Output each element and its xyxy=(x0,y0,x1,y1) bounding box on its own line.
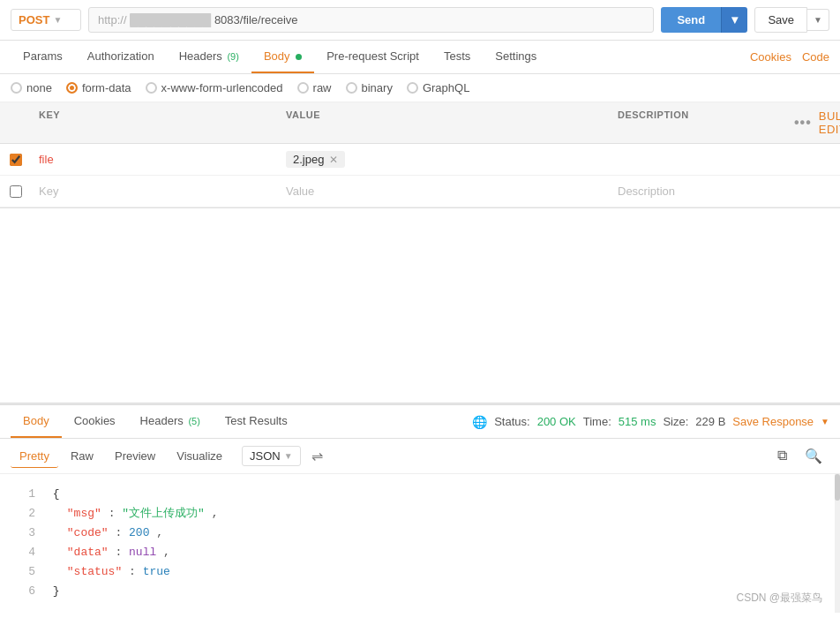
url-bar[interactable]: http:// ██████████ 8083/file/receive xyxy=(88,7,654,33)
radio-graphql xyxy=(407,82,418,94)
row1-check-cell xyxy=(0,150,32,170)
response-format-toolbar: Pretty Raw Preview Visualize JSON ▼ ⇌ ⧉ … xyxy=(0,439,840,474)
col-key: KEY xyxy=(32,108,279,138)
table-row: Key Value Description xyxy=(0,176,840,207)
params-table: KEY VALUE DESCRIPTION ••• Bulk Edit file… xyxy=(0,102,840,208)
tab-authorization[interactable]: Authorization xyxy=(75,41,167,73)
resp-format-visualize[interactable]: Visualize xyxy=(168,445,231,467)
search-response-icon[interactable]: 🔍 xyxy=(798,444,829,468)
resp-tab-body[interactable]: Body xyxy=(11,405,62,438)
row2-desc-placeholder: Description xyxy=(618,185,675,198)
method-dropdown[interactable]: POST ▼ xyxy=(11,9,81,31)
size-value: 229 B xyxy=(695,415,725,428)
resp-tab-cookies[interactable]: Cookies xyxy=(62,405,128,438)
row1-desc-cell[interactable] xyxy=(611,156,787,163)
json-line-6: 6 } xyxy=(14,582,826,601)
scroll-thumb[interactable] xyxy=(835,474,840,501)
col-actions: ••• Bulk Edit xyxy=(787,108,840,138)
cookies-link[interactable]: Cookies xyxy=(750,41,791,72)
save-response-button[interactable]: Save Response xyxy=(732,415,814,428)
wrap-lines-icon[interactable]: ⇌ xyxy=(311,448,323,464)
row2-key-placeholder: Key xyxy=(39,185,58,198)
body-option-graphql[interactable]: GraphQL xyxy=(407,81,469,94)
send-button-group: Send ▼ xyxy=(661,7,747,33)
url-display: http:// ██████████ 8083/file/receive xyxy=(98,13,298,26)
row2-key-cell[interactable]: Key xyxy=(32,181,279,201)
row2-desc-cell[interactable]: Description xyxy=(611,181,787,201)
radio-binary xyxy=(346,82,357,94)
row1-checkbox[interactable] xyxy=(10,154,22,166)
time-label: Time: xyxy=(583,415,611,428)
table-row: file 2.jpeg ✕ xyxy=(0,144,840,176)
tabs-right-links: Cookies Code xyxy=(750,41,829,72)
body-option-raw[interactable]: raw xyxy=(297,81,332,94)
format-type-label: JSON xyxy=(250,449,281,463)
json-line-5: 5 "status" : true xyxy=(14,562,826,582)
table-header-row: KEY VALUE DESCRIPTION ••• Bulk Edit xyxy=(0,102,840,144)
body-option-none[interactable]: none xyxy=(11,81,52,94)
body-active-dot xyxy=(296,54,302,60)
json-line-3: 3 "code" : 200 , xyxy=(14,524,826,543)
tab-headers[interactable]: Headers (9) xyxy=(167,41,251,73)
resp-tab-test-results[interactable]: Test Results xyxy=(213,405,300,438)
bulk-edit-button[interactable]: Bulk Edit xyxy=(819,109,840,136)
body-option-urlencoded[interactable]: x-www-form-urlencoded xyxy=(146,81,283,94)
json-output-container: 1 { 2 "msg" : "文件上传成功" , 3 "code" : xyxy=(0,474,840,613)
tab-tests[interactable]: Tests xyxy=(431,41,483,73)
status-label: Status: xyxy=(494,415,529,428)
radio-urlencoded xyxy=(146,82,157,94)
col-description: DESCRIPTION xyxy=(611,108,787,138)
send-button[interactable]: Send xyxy=(661,7,721,33)
row1-key-cell[interactable]: file xyxy=(32,149,279,170)
top-bar: POST ▼ http:// ██████████ 8083/file/rece… xyxy=(0,0,840,41)
save-response-chevron-icon[interactable]: ▼ xyxy=(821,417,829,426)
response-status-bar: 🌐 Status: 200 OK Time: 515 ms Size: 229 … xyxy=(472,415,829,429)
tab-body[interactable]: Body xyxy=(251,41,314,73)
watermark: CSDN @最强菜鸟 xyxy=(736,591,822,606)
resp-format-pretty[interactable]: Pretty xyxy=(11,445,58,468)
row2-checkbox[interactable] xyxy=(10,185,22,198)
tab-settings[interactable]: Settings xyxy=(483,41,549,73)
scroll-track xyxy=(835,474,840,613)
row2-value-cell[interactable]: Value xyxy=(279,181,611,201)
radio-formdata xyxy=(66,82,78,94)
remove-value-icon[interactable]: ✕ xyxy=(329,154,338,166)
format-type-chevron-icon: ▼ xyxy=(284,451,293,461)
request-tabs: Params Authorization Headers (9) Body Pr… xyxy=(0,41,840,74)
row1-value-cell[interactable]: 2.jpeg ✕ xyxy=(279,147,611,171)
more-options-icon[interactable]: ••• xyxy=(794,115,812,131)
radio-raw xyxy=(297,82,309,94)
body-type-options: none form-data x-www-form-urlencoded raw… xyxy=(0,74,840,102)
json-line-1: 1 { xyxy=(14,485,826,504)
url-prefix: http:// xyxy=(98,13,127,26)
copy-response-icon[interactable]: ⧉ xyxy=(770,444,794,468)
body-option-formdata[interactable]: form-data xyxy=(66,81,131,94)
resp-format-raw[interactable]: Raw xyxy=(62,445,102,467)
format-type-dropdown[interactable]: JSON ▼ xyxy=(242,446,301,466)
radio-none xyxy=(11,82,22,94)
row2-value-placeholder: Value xyxy=(286,185,314,198)
tab-params[interactable]: Params xyxy=(11,41,75,73)
json-output: 1 { 2 "msg" : "文件上传成功" , 3 "code" : xyxy=(0,474,840,613)
size-label: Size: xyxy=(663,415,688,428)
headers-badge: (9) xyxy=(227,51,238,62)
method-chevron-icon: ▼ xyxy=(53,15,62,25)
status-value: 200 OK xyxy=(537,415,576,428)
col-check xyxy=(0,108,32,138)
resp-format-preview[interactable]: Preview xyxy=(106,445,164,467)
row1-key-value: file xyxy=(39,153,54,166)
globe-icon: 🌐 xyxy=(472,415,487,429)
save-button[interactable]: Save xyxy=(754,7,807,33)
tab-prerequest[interactable]: Pre-request Script xyxy=(314,41,431,73)
json-line-2: 2 "msg" : "文件上传成功" , xyxy=(14,504,826,524)
method-label: POST xyxy=(19,13,49,26)
send-dropdown-arrow[interactable]: ▼ xyxy=(721,7,747,33)
time-value: 515 ms xyxy=(619,415,656,428)
response-tabs: Body Cookies Headers (5) Test Results 🌐 … xyxy=(0,405,840,439)
col-value: VALUE xyxy=(279,108,611,138)
resp-tab-headers[interactable]: Headers (5) xyxy=(128,405,213,438)
code-link[interactable]: Code xyxy=(802,41,829,72)
save-dropdown-arrow[interactable]: ▼ xyxy=(807,9,829,31)
row2-check-cell xyxy=(0,182,32,201)
body-option-binary[interactable]: binary xyxy=(346,81,393,94)
